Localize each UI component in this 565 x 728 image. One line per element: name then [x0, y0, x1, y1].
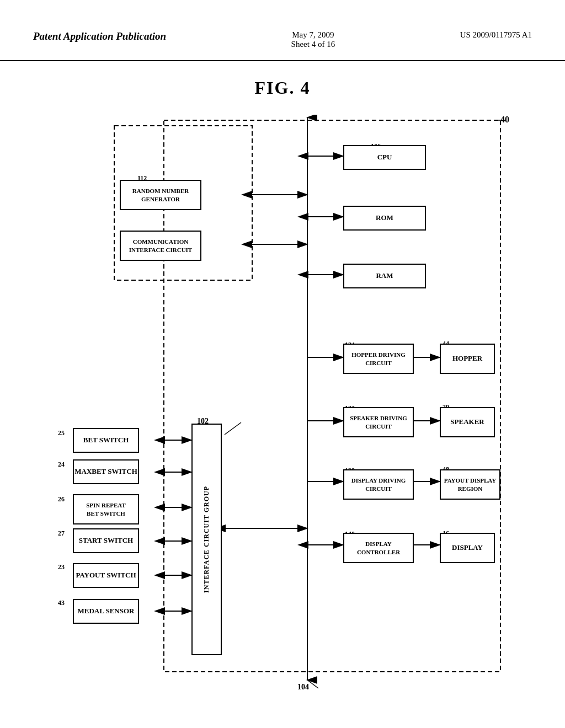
cpu-box: CPU — [343, 145, 426, 170]
hopper-box: HOPPER — [440, 344, 495, 374]
maxbet-sw-box: MAXBET SWITCH — [73, 459, 139, 484]
page: Patent Application Publication May 7, 20… — [0, 0, 565, 728]
header: Patent Application Publication May 7, 20… — [0, 0, 565, 61]
date: May 7, 2009 — [291, 30, 335, 40]
ref-23: 23 — [58, 563, 65, 571]
ref-104: 104 — [297, 683, 309, 692]
spk-box: SPEAKER — [440, 407, 495, 437]
disp-ctrl-box: DISPLAY CONTROLLER — [343, 533, 414, 563]
ref-27: 27 — [58, 529, 65, 538]
publication-title: Patent Application Publication — [33, 30, 166, 42]
rng-box: RANDOM NUMBER GENERATOR — [120, 180, 201, 210]
ref-40: 40 — [500, 115, 509, 125]
bet-sw-box: BET SWITCH — [73, 428, 139, 453]
display-box: DISPLAY — [440, 533, 495, 563]
svg-line-31 — [307, 680, 318, 688]
rom-box: ROM — [343, 206, 426, 231]
ref-26: 26 — [58, 495, 65, 504]
payout-disp-box: PAYOUT DISPLAY REGION — [440, 469, 500, 500]
header-center: May 7, 2009 Sheet 4 of 16 — [291, 30, 335, 49]
icg-bar: INTERFACE CIRCUIT GROUP — [191, 424, 222, 655]
diagram-container: 40 106 CPU 108 ROM 110 RAM 112 RANDOM NU… — [42, 115, 523, 710]
spk-drv-box: SPEAKER DRIVING CIRCUIT — [343, 407, 414, 437]
svg-line-30 — [225, 422, 241, 435]
disp-drv-box: DISPLAY DRIVING CIRCUIT — [343, 469, 414, 500]
sheet: Sheet 4 of 16 — [291, 40, 335, 49]
ref-102: 102 — [197, 417, 209, 426]
comm-box: COMMUNICATION INTERFACE CIRCUIT — [120, 231, 201, 261]
ref-43: 43 — [58, 599, 65, 607]
payout-sw-box: PAYOUT SWITCH — [73, 563, 139, 588]
medal-sensor-box: MEDAL SENSOR — [73, 599, 139, 624]
ram-box: RAM — [343, 264, 426, 288]
fig-title: FIG. 4 — [33, 78, 532, 98]
icg-label: INTERFACE CIRCUIT GROUP — [202, 486, 211, 593]
ref-25: 25 — [58, 429, 65, 437]
spin-repeat-sw-box: SPIN REPEAT BET SWITCH — [73, 494, 139, 524]
hopper-drv-box: HOPPER DRIVING CIRCUIT — [343, 344, 414, 374]
diagram-area: FIG. 4 — [0, 61, 565, 727]
start-sw-box: START SWITCH — [73, 528, 139, 553]
patent-number: US 2009/0117975 A1 — [460, 30, 532, 40]
ref-24: 24 — [58, 461, 65, 469]
